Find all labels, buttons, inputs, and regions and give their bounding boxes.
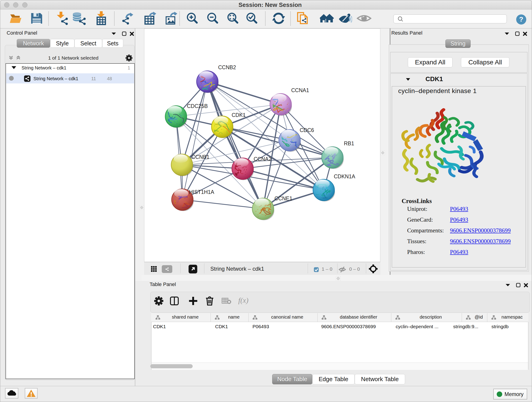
svg-text:?: ? — [519, 15, 523, 23]
svg-text:CDC6: CDC6 — [300, 127, 314, 133]
svg-text:CCNB2: CCNB2 — [218, 64, 236, 70]
svg-text:CDC25B: CDC25B — [187, 103, 208, 109]
svg-text:CDK1: CDK1 — [232, 112, 246, 118]
svg-text:CCNA2: CCNA2 — [254, 156, 272, 162]
svg-text:CCNE1: CCNE1 — [274, 196, 292, 201]
svg-text:CCNB1: CCNB1 — [191, 154, 209, 160]
svg-text:RB1: RB1 — [344, 140, 354, 147]
svg-text:HIST1H1A: HIST1H1A — [189, 189, 215, 195]
svg-text:CCNA1: CCNA1 — [291, 87, 309, 93]
svg-text:CDKN1A: CDKN1A — [334, 173, 355, 179]
